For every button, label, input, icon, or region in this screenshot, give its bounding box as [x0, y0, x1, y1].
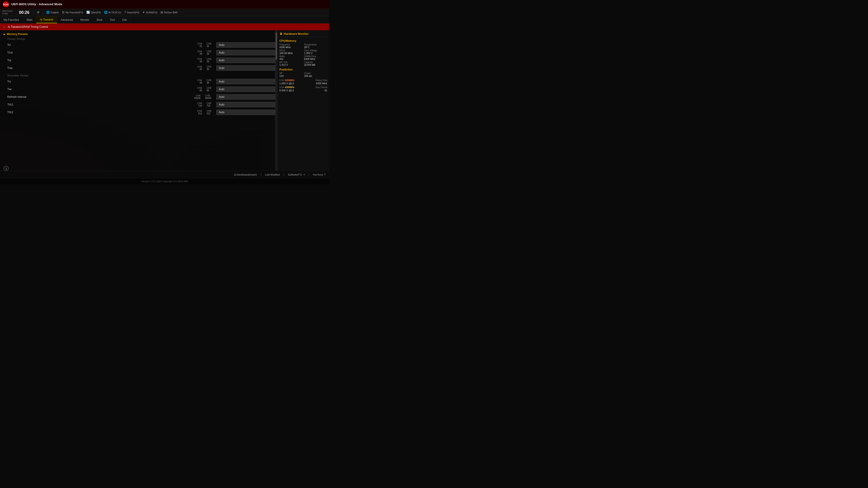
twr-value: Auto	[219, 88, 224, 91]
last-modified-label: Last Modified	[265, 173, 280, 176]
trfc1-value-box[interactable]: Auto	[216, 102, 275, 107]
trcd-channel-group: CHA CHB 39 39	[197, 50, 211, 55]
memory-presets-header[interactable]: ▶ Memory Presets	[0, 32, 275, 37]
v-for-4300-value: 0.930 V @L5	[279, 89, 294, 92]
twr-channels: CHA CHB 60 60	[197, 87, 213, 92]
tras-cha-val: 30	[199, 68, 202, 70]
trfc2-chb-label: CHB	[207, 110, 211, 112]
nav-boot[interactable]: Boot	[93, 16, 106, 23]
trfc1-channel-labels: CHA CHB	[197, 102, 211, 105]
trfc2-channel-group: CHA CHB 512 512	[197, 110, 211, 115]
hardware-monitor-panel: 🖥 Hardware Monitor CPU/Memory Frequency …	[277, 30, 329, 171]
refresh-interval-label: Refresh Interval	[7, 95, 53, 98]
settings-button[interactable]: ⚙	[37, 11, 39, 14]
trfc1-cha-val: 720	[198, 105, 202, 107]
tras-channel-labels: CHA CHB	[197, 66, 211, 68]
trfc1-channel-group: CHA CHB 720 720	[197, 102, 211, 107]
q-dashboard-label: Q-Dashboard(Insert)	[234, 173, 257, 176]
trp-chb-label: CHB	[207, 58, 211, 60]
trcd-value-box[interactable]: Auto	[216, 50, 275, 55]
trc-chb-val: 48	[207, 82, 209, 84]
refresh-cha-label: CHA	[196, 94, 200, 97]
prediction-grid: SP 119 Cooler 166 pts	[279, 72, 327, 77]
hardware-monitor-title: 🖥 Hardware Monitor	[279, 32, 327, 37]
q-dashboard-button[interactable]: Q-Dashboard(Insert)	[234, 173, 257, 176]
aura-button[interactable]: ✦ AURA(F4)	[143, 11, 157, 14]
trfc1-label: Trfc1	[7, 103, 53, 106]
refresh-chb-label: CHB	[205, 94, 210, 97]
memory-presets-label: Memory Presets	[7, 33, 28, 36]
nav-ai-tweaker[interactable]: Ai Tweaker	[36, 16, 57, 23]
twr-row: Twr CHA CHB 60 60 Auto	[0, 86, 275, 93]
nav-exit[interactable]: Exit	[119, 16, 131, 23]
ai-oc-button[interactable]: 🌐 AI OC(F11)	[104, 11, 121, 14]
trp-channel-group: CHA CHB 39 39	[197, 58, 211, 63]
trfc2-value-box[interactable]: Auto	[216, 109, 275, 115]
version-text: Version 2.22.1284 Copyright (C) 2024 AMI	[141, 180, 188, 183]
tcl-chb-label: CHB	[207, 42, 211, 45]
ez-mode-icon: ⊣	[303, 173, 305, 176]
trfc2-cha-label: CHA	[197, 110, 202, 112]
bottom-sep-3: |	[309, 173, 309, 177]
dos-thresh-label: Dos Thresh	[315, 86, 327, 89]
ai-icon: 🌐	[104, 11, 107, 14]
qfan-label: Qfan(F6)	[91, 11, 101, 14]
nav-tool[interactable]: Tool	[106, 16, 119, 23]
aura-icon: ✦	[143, 11, 145, 14]
twr-label: Twr	[7, 88, 53, 91]
nav-exit-label: Exit	[122, 18, 127, 22]
hot-keys-button[interactable]: Hot Keys ?	[313, 173, 326, 176]
refresh-channel-labels: CHA CHB	[196, 94, 210, 97]
nav-monitor[interactable]: Monitor	[76, 16, 93, 23]
trc-value-box[interactable]: Auto	[216, 79, 275, 84]
tras-channels: CHA CHB 30 30	[197, 66, 213, 70]
trc-label: Trc	[7, 80, 53, 83]
tras-label: Tras	[7, 66, 53, 70]
trcd-channels: CHA CHB 39 39	[197, 50, 213, 55]
trp-label: Trp	[7, 59, 53, 62]
refresh-value: Auto	[219, 95, 224, 98]
nav-advanced-label: Advanced	[61, 18, 73, 22]
scroll-track[interactable]	[275, 30, 277, 171]
resize-bar-button[interactable]: ⊞ ReSize BAR	[160, 11, 178, 14]
nav-my-favorites[interactable]: My Favorites	[0, 16, 23, 23]
nav-main[interactable]: Main	[23, 16, 36, 23]
search-button[interactable]: ? Search(F9)	[124, 11, 139, 14]
trfc1-chb-val: 720	[207, 105, 211, 107]
info-button[interactable]: ℹ	[4, 166, 8, 171]
fan-icon: 🔄	[86, 11, 90, 14]
breadcrumb-path: Ai Tweaker\DRAM Timing Control	[8, 25, 48, 29]
frequency-value: 4300 MHz	[279, 46, 303, 48]
core-voltage-value: 1.350 V	[304, 52, 327, 55]
header-bar: ROG UEFI BIOS Utility - Advanced Mode	[0, 0, 329, 8]
language-selector[interactable]: 🌐 English	[46, 11, 59, 14]
trp-value: Auto	[219, 59, 224, 62]
tras-value-box[interactable]: Auto	[216, 65, 275, 71]
tcl-value-box[interactable]: Auto	[216, 42, 275, 48]
trp-value-box[interactable]: Auto	[216, 58, 275, 63]
trcd-cha-val: 39	[199, 53, 202, 55]
trp-row: Trp CHA CHB 39 39 Auto	[0, 57, 275, 64]
breadcrumb: ← Ai Tweaker\DRAM Timing Control	[0, 24, 329, 30]
bclk-label: BCLK 100.00 MHz	[279, 49, 303, 55]
nav-advanced[interactable]: Advanced	[57, 16, 76, 23]
tras-row: Tras CHA CHB 30 30 Auto	[0, 64, 275, 72]
trfc1-cha-label: CHA	[197, 102, 202, 105]
settings-panel: ▶ Memory Presets Primary Timings Tcl CHA…	[0, 30, 275, 171]
nav-boot-label: Boot	[97, 18, 102, 22]
cooler-value: 166 pts	[304, 74, 327, 77]
monitor-icon: 🖥	[279, 32, 282, 35]
qfan-button[interactable]: 🔄 Qfan(F6)	[86, 11, 101, 14]
breadcrumb-back-button[interactable]: ←	[3, 25, 6, 29]
refresh-value-box[interactable]: Auto	[216, 94, 275, 100]
my-favorite-button[interactable]: ☰ My Favorite(F3)	[62, 11, 83, 14]
last-modified-button[interactable]: Last Modified	[265, 173, 280, 176]
hardware-monitor-label: Hardware Monitor	[284, 32, 309, 35]
temperature-label: Temperature 28°C	[304, 43, 327, 48]
v-for-5205-value: 1.260 V @L5	[279, 82, 294, 85]
trp-channel-vals: 39 39	[199, 60, 209, 63]
content-area: ▶ Memory Presets Primary Timings Tcl CHA…	[0, 30, 329, 171]
ez-mode-button[interactable]: EzMode(F7) ⊣	[288, 173, 305, 176]
twr-value-box[interactable]: Auto	[216, 87, 275, 92]
tcl-row: Tcl CHA CHB 32 32 Auto	[0, 41, 275, 49]
